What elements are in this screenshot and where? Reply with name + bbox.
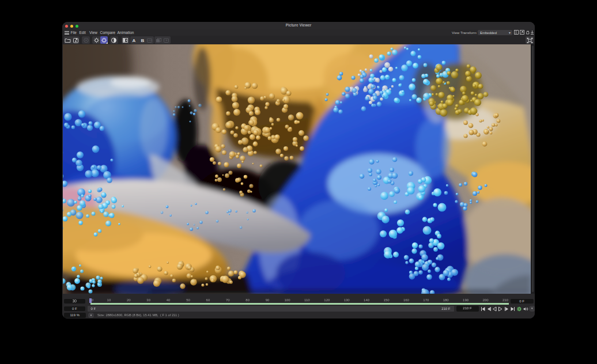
svg-text:B: B xyxy=(141,38,144,43)
svg-text:A: A xyxy=(133,38,136,43)
